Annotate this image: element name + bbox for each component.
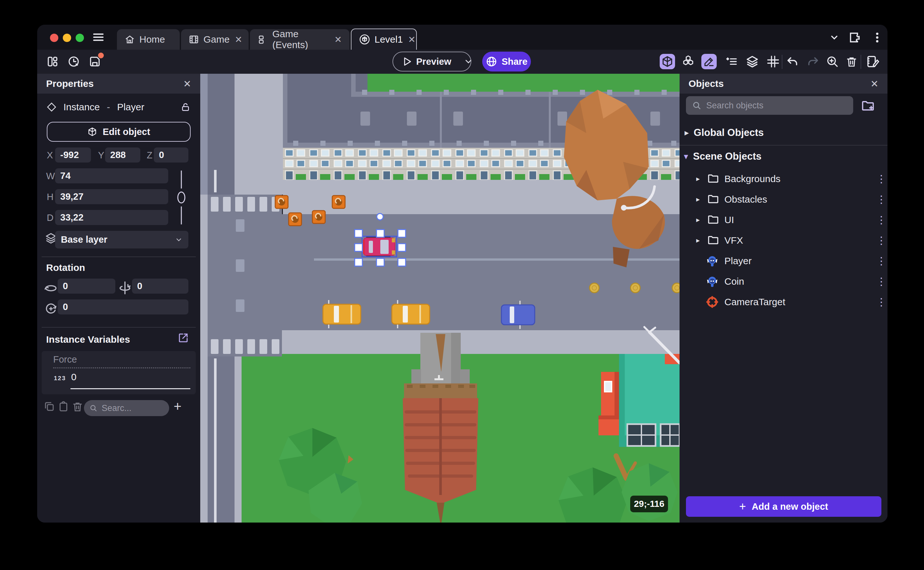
- rotation-x-field[interactable]: [58, 279, 115, 294]
- divider: [782, 55, 782, 69]
- height-field[interactable]: [55, 189, 168, 204]
- kebab-menu-icon[interactable]: ⋮: [876, 214, 886, 226]
- variable-value-underline: [70, 388, 190, 389]
- preview-button[interactable]: Preview: [393, 52, 471, 72]
- close-properties-icon[interactable]: ✕: [183, 78, 191, 89]
- objects-blocks-icon[interactable]: [681, 54, 696, 69]
- tab-game[interactable]: Game ✕: [181, 29, 249, 50]
- grid-icon[interactable]: [765, 54, 781, 69]
- close-tab-icon[interactable]: ✕: [235, 34, 242, 45]
- instance-type-label: Instance: [63, 102, 100, 112]
- y-field[interactable]: [105, 147, 141, 162]
- selected-player-instance[interactable]: [362, 236, 397, 257]
- caret-right-icon[interactable]: ▸: [696, 216, 700, 224]
- scene-objects-group[interactable]: ▾ Scene Objects: [684, 148, 762, 165]
- add-folder-icon[interactable]: [861, 99, 875, 113]
- global-objects-group[interactable]: ▸ Global Objects: [685, 124, 764, 141]
- x-field[interactable]: [55, 147, 91, 162]
- coin-sprite-icon: [705, 274, 719, 288]
- rotation-y-field[interactable]: [132, 279, 188, 294]
- hamburger-menu-icon[interactable]: [92, 31, 105, 43]
- player-sprite-icon: [705, 254, 719, 268]
- kebab-menu-icon[interactable]: ⋮: [876, 296, 886, 308]
- layer-select[interactable]: Base layer: [55, 231, 188, 248]
- kebab-menu-icon[interactable]: ⋮: [876, 234, 886, 247]
- depth-field[interactable]: [55, 210, 168, 225]
- kebab-menu-icon[interactable]: ⋮: [876, 255, 886, 267]
- object-row-vfx[interactable]: ▸ VFX ⋮: [680, 230, 887, 251]
- globe-icon: [486, 56, 497, 67]
- variables-search[interactable]: [84, 400, 169, 416]
- object-row-ui[interactable]: ▸ UI ⋮: [680, 210, 887, 230]
- maximize-window-button[interactable]: [76, 34, 84, 42]
- width-field[interactable]: [55, 168, 168, 183]
- copy-icon[interactable]: [44, 401, 55, 412]
- variables-search-input[interactable]: [101, 403, 163, 414]
- save-icon[interactable]: [87, 54, 102, 69]
- add-new-object-button[interactable]: + Add a new object: [686, 496, 881, 517]
- search-icon: [692, 101, 701, 110]
- objects-search-input[interactable]: [706, 100, 847, 111]
- layers-icon[interactable]: [745, 54, 760, 69]
- object-row-coin[interactable]: Coin ⋮: [680, 271, 887, 292]
- object-row-obstacles[interactable]: ▸ Obstacles ⋮: [680, 189, 887, 210]
- z-field[interactable]: [154, 147, 188, 162]
- caret-right-icon[interactable]: ▸: [696, 236, 700, 245]
- trash-icon[interactable]: [844, 54, 859, 69]
- variable-name[interactable]: Force: [53, 354, 190, 368]
- open-variables-icon[interactable]: [177, 332, 189, 344]
- close-objects-icon[interactable]: ✕: [871, 78, 878, 89]
- tab-home[interactable]: Home: [117, 29, 180, 50]
- extensions-puzzle-icon[interactable]: [848, 31, 861, 44]
- edit-note-icon[interactable]: [865, 54, 880, 69]
- divider: [680, 145, 887, 146]
- objects-title: Objects: [689, 78, 724, 89]
- tab-game-events[interactable]: Game (Events) ✕: [250, 29, 350, 50]
- history-icon[interactable]: [66, 54, 81, 69]
- tab-label: Home: [139, 34, 165, 45]
- caret-right-icon[interactable]: ▸: [696, 175, 700, 183]
- variables-table: Force 123 0: [42, 351, 196, 394]
- scene-objects-label: Scene Objects: [693, 151, 762, 162]
- traffic-car-yellow[interactable]: [392, 300, 430, 328]
- rotation-title: Rotation: [46, 262, 85, 273]
- edit-object-button[interactable]: Edit object: [47, 122, 191, 142]
- object-row-backgrounds[interactable]: ▸ Backgrounds ⋮: [680, 169, 887, 189]
- minimize-window-button[interactable]: [63, 34, 71, 42]
- close-window-button[interactable]: [50, 34, 58, 42]
- object-row-cameratarget[interactable]: CameraTarget ⋮: [680, 292, 887, 312]
- share-button[interactable]: Share: [482, 52, 531, 72]
- unlock-icon[interactable]: [180, 102, 191, 112]
- undo-icon[interactable]: [785, 54, 800, 69]
- objects-panel: Objects ✕ ▸ Global Objects ▾ Scene Objec…: [680, 74, 887, 522]
- instances-list-icon[interactable]: [724, 54, 739, 69]
- redo-icon[interactable]: [805, 54, 821, 69]
- preview-dropdown-chevron-icon[interactable]: [464, 57, 473, 66]
- object-row-player[interactable]: Player ⋮: [680, 251, 887, 271]
- variable-value[interactable]: 0: [71, 372, 76, 383]
- zoom-in-icon[interactable]: [825, 54, 840, 69]
- chevron-down-icon[interactable]: [829, 32, 840, 43]
- toggle-panels-icon[interactable]: [45, 54, 60, 69]
- traffic-car-yellow[interactable]: [323, 300, 361, 328]
- link-dimensions-icon[interactable]: [173, 169, 190, 226]
- close-tab-icon[interactable]: ✕: [334, 34, 342, 45]
- add-variable-icon[interactable]: +: [174, 399, 182, 414]
- chevron-down-icon: [175, 236, 183, 244]
- edit-pencil-icon[interactable]: [701, 54, 717, 69]
- kebab-menu-icon[interactable]: ⋮: [876, 193, 886, 205]
- kebab-menu-icon[interactable]: [871, 31, 884, 44]
- paste-icon[interactable]: [58, 401, 69, 412]
- kebab-menu-icon[interactable]: ⋮: [876, 173, 886, 185]
- view-3d-icon[interactable]: [660, 54, 675, 69]
- kebab-menu-icon[interactable]: ⋮: [876, 275, 886, 288]
- traffic-car-blue[interactable]: [501, 301, 535, 329]
- objects-search[interactable]: [686, 96, 853, 115]
- caret-right-icon[interactable]: ▸: [696, 195, 700, 204]
- trash-icon[interactable]: [72, 401, 83, 412]
- close-tab-icon[interactable]: ✕: [408, 34, 415, 45]
- tab-level1[interactable]: Level1 ✕: [351, 29, 417, 50]
- folder-icon: [707, 234, 719, 246]
- scene-canvas[interactable]: [200, 74, 680, 522]
- rotation-z-field[interactable]: [58, 299, 188, 314]
